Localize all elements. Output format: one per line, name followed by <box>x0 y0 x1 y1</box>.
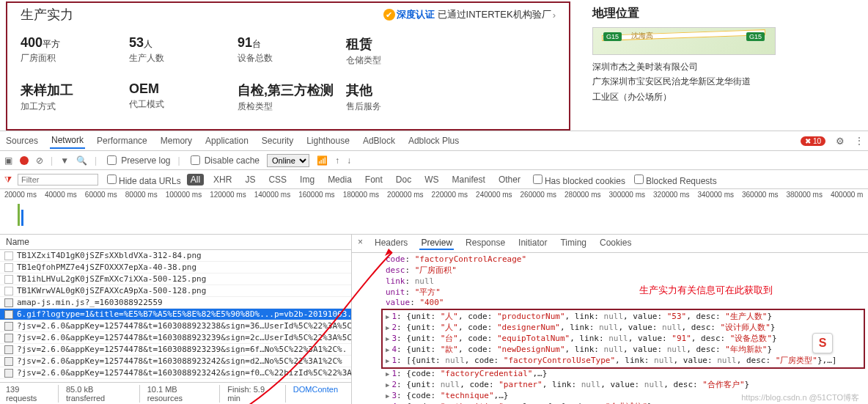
preview-line[interactable]: 3: {unit: "台", code: "equipTotalNum", li… <box>386 334 861 345</box>
request-row[interactable]: ?jsv=2.6.0&appKey=12574478&t=16030889232… <box>0 332 351 344</box>
devtools-tab-adblock plus[interactable]: Adblock Plus <box>407 133 460 148</box>
request-row[interactable]: TB1XZxiT4D1gK0jSZFsXXbldVXa-312-84.png <box>0 250 351 262</box>
filter-type-doc[interactable]: Doc <box>392 174 415 186</box>
check-icon: ✔ <box>383 9 395 21</box>
has-blocked-cookies-checkbox[interactable]: Has blocked cookies <box>530 172 625 186</box>
request-row[interactable]: TB1KWrwVAL0gK0jSZFAXXcA9pXa-500-128.png <box>0 285 351 297</box>
stat-unit: 人 <box>144 39 152 49</box>
address-line: 广东深圳市宝安区民治龙华新区龙华街道 <box>592 74 776 89</box>
stat-desc: 加工方式 <box>21 100 129 113</box>
certification-badge[interactable]: ✔ 深度认证 已通过INTERTEK机构验厂 › <box>383 8 556 21</box>
gear-icon[interactable]: ⚙ <box>836 136 845 147</box>
download-icon[interactable]: ↓ <box>347 155 351 166</box>
preview-line[interactable]: 1: {code: "factoryCredential",…} <box>386 369 861 380</box>
upload-icon[interactable]: ↑ <box>335 155 339 166</box>
disable-cache-checkbox[interactable]: Disable cache <box>188 153 260 167</box>
stat-unit: 平方 <box>43 39 60 49</box>
request-name: ?jsv=2.6.0&appKey=12574478&t=16030889232… <box>17 356 342 366</box>
response-tab-headers[interactable]: Headers <box>373 237 409 250</box>
devtools-tab-memory[interactable]: Memory <box>159 133 194 148</box>
address-line: 工业区（办公场所） <box>592 89 776 104</box>
preview-line[interactable]: 2: {unit: "人", code: "designerNum", link… <box>386 323 861 334</box>
devtools-tab-performance[interactable]: Performance <box>95 133 149 148</box>
devtools-tab-security[interactable]: Security <box>260 133 295 148</box>
stat-value: 自检,第三方检测 <box>238 83 334 98</box>
request-row[interactable]: ?jsv=2.6.0&appKey=12574478&t=16030889232… <box>0 356 351 367</box>
funnel-icon[interactable]: ⧩ <box>4 175 12 185</box>
filter-type-manifest[interactable]: Manifest <box>449 174 489 186</box>
timeline-tick: 120000 ms <box>210 191 246 199</box>
devtools-tab-network[interactable]: Network <box>50 133 85 149</box>
request-row[interactable]: TB1eQfohPMZ7e4jSZFOXXX7epXa-40-38.png <box>0 262 351 273</box>
preview-line[interactable]: 1: [{unit: null, code: "factoryControlUs… <box>386 356 861 367</box>
timeline-tick: 20000 ms <box>4 191 37 199</box>
response-tab-preview[interactable]: Preview <box>419 237 454 250</box>
network-timeline[interactable]: 20000 ms40000 ms60000 ms80000 ms100000 m… <box>0 189 868 235</box>
stat-item: 53人生产人数 <box>129 29 238 76</box>
search-icon[interactable]: 🔍 <box>76 155 87 166</box>
footer-finish: Finish: 5.9 min <box>227 385 286 403</box>
filter-toggle[interactable]: ▼ <box>60 155 69 166</box>
request-row[interactable]: ?jsv=2.6.0&appKey=12574478&t=16030889232… <box>0 367 351 379</box>
filter-type-js[interactable]: JS <box>241 174 259 186</box>
stat-value: 其他 <box>346 83 372 98</box>
filter-type-img[interactable]: Img <box>296 174 318 186</box>
devtools-tab-lighthouse[interactable]: Lighthouse <box>305 133 351 148</box>
filter-type-all[interactable]: All <box>187 174 204 186</box>
request-name: TB1XZxiT4D1gK0jSZFsXXbldVXa-312-84.png <box>17 251 202 260</box>
stat-desc: 生产人数 <box>129 52 238 65</box>
stat-item: OEM代工模式 <box>129 76 238 122</box>
request-row[interactable]: TB1ihLHVuL2gK0jSZFmXXc7iXXa-500-125.png <box>0 273 351 285</box>
request-row[interactable]: 6.gif?logtype=1&title=%E5%B7%A5%E5%8E%82… <box>0 309 351 320</box>
filter-type-media[interactable]: Media <box>324 174 356 186</box>
timeline-tick: 180000 ms <box>343 191 379 199</box>
filter-type-other[interactable]: Other <box>495 174 524 186</box>
response-tab-cookies[interactable]: Cookies <box>598 237 633 250</box>
devtools-tab-application[interactable]: Application <box>204 133 250 148</box>
cert-brand: 深度认证 <box>397 8 435 21</box>
stat-item: 租赁仓储类型 <box>346 29 455 76</box>
request-row[interactable]: ?jsv=2.6.0&appKey=12574478&t=16030889232… <box>0 320 351 332</box>
request-row[interactable]: amap-js.min.js?_=1603088922559 <box>0 297 351 309</box>
filter-input[interactable] <box>18 174 98 186</box>
file-icon <box>4 263 13 272</box>
timeline-tick: 300000 ms <box>609 191 645 199</box>
response-tab-initiator[interactable]: Initiator <box>517 237 548 250</box>
filter-type-font[interactable]: Font <box>361 174 386 186</box>
address-line: 深圳市杰之美时装有限公司 <box>592 59 776 74</box>
sogou-ime-icon[interactable]: S <box>812 333 833 353</box>
wifi-icon[interactable]: 📶 <box>317 155 328 166</box>
timeline-tick: 60000 ms <box>85 191 117 199</box>
filter-type-css[interactable]: CSS <box>265 174 290 186</box>
devtools-tab-adblock[interactable]: AdBlock <box>361 133 397 148</box>
stat-value: 租赁 <box>346 37 372 51</box>
error-badge[interactable]: ✖ 10 <box>801 136 825 146</box>
network-footer: 139 requests 85.0 kB transferred 10.1 MB… <box>0 382 351 404</box>
more-icon[interactable]: ⋮ <box>855 136 864 146</box>
stat-value: OEM <box>129 81 159 96</box>
preview-line[interactable]: 4: {unit: "款", code: "newDesignNum", lin… <box>386 345 861 356</box>
hide-data-urls-checkbox[interactable]: Hide data URLs <box>104 172 181 186</box>
record-button[interactable] <box>20 156 29 165</box>
clear-button[interactable]: ⊘ <box>36 155 43 166</box>
preview-line[interactable]: 1: {unit: "人", code: "productorNum", lin… <box>386 312 861 323</box>
preview-pane[interactable]: 生产实力有关信息可在此获取到 code: "factoryControlAcre… <box>352 253 868 404</box>
response-tab-response[interactable]: Response <box>464 237 507 250</box>
preserve-log-checkbox[interactable]: Preserve log <box>104 153 170 167</box>
footer-resources: 10.1 MB resources <box>147 385 221 403</box>
response-tab-timing[interactable]: Timing <box>559 237 588 250</box>
close-icon[interactable]: × <box>358 237 363 250</box>
filter-type-ws[interactable]: WS <box>421 174 442 186</box>
preview-line[interactable]: 2: {unit: null, code: "partner", link: n… <box>386 380 861 391</box>
map-thumbnail[interactable]: 沈海高 G15 G15 <box>592 27 776 55</box>
throttling-select[interactable]: Online <box>267 154 309 167</box>
timeline-tick: 260000 ms <box>521 191 556 199</box>
name-column-header[interactable]: Name <box>0 235 351 250</box>
devtools-tab-sources[interactable]: Sources <box>4 133 40 148</box>
map-tag-left: G15 <box>603 32 622 41</box>
blocked-requests-checkbox[interactable]: Blocked Requests <box>631 172 717 186</box>
filter-type-xhr[interactable]: XHR <box>210 174 235 186</box>
inspect-icon[interactable]: ▣ <box>4 155 12 166</box>
request-row[interactable]: ?jsv=2.6.0&appKey=12574478&t=16030889232… <box>0 344 351 356</box>
request-name: TB1KWrwVAL0gK0jSZFAXXcA9pXa-500-128.png <box>17 286 206 295</box>
